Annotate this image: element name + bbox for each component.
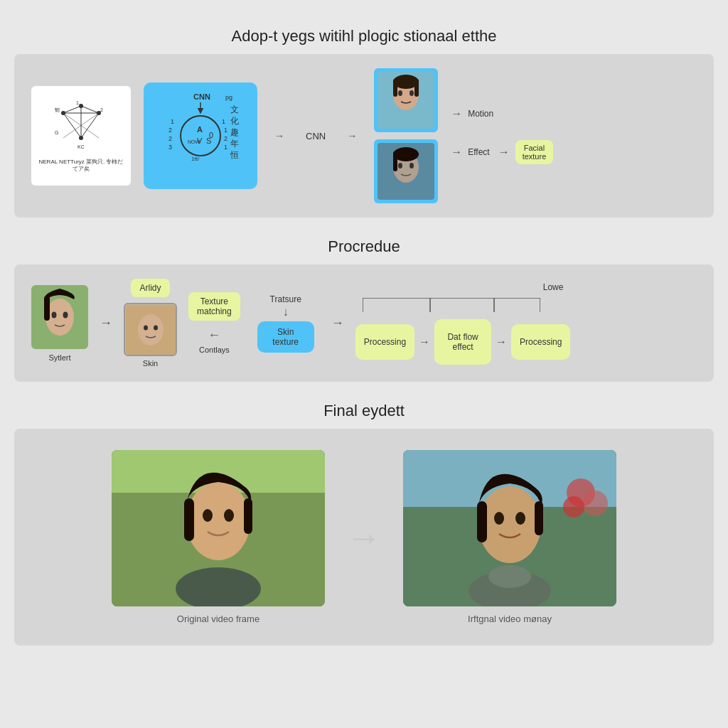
connector-lines — [355, 298, 571, 312]
svg-text:恒: 恒 — [230, 150, 239, 160]
skin-thumb — [124, 303, 177, 356]
svg-point-83 — [494, 512, 504, 525]
texture-flow: Tratsure ↓ Skin texture — [257, 294, 314, 353]
svg-text:1: 1 — [224, 127, 228, 134]
top-section-content: 韧 2 1 KC G NERAL NETTuryz 菜狗只. 专柿だてア矣 CN… — [31, 68, 697, 203]
original-photo-col: Original video frame — [112, 450, 325, 624]
neural-net-diagram: 韧 2 1 KC G — [49, 99, 113, 156]
arlidy-tag: Arlidy — [131, 279, 169, 297]
top-section-panel: 韧 2 1 KC G NERAL NETTuryz 菜狗只. 专柿だてア矣 CN… — [14, 54, 714, 218]
original-photo — [112, 450, 325, 606]
arrow-to-skin: → — [100, 316, 112, 331]
face-svg-2 — [378, 143, 434, 200]
effect-label: Effect — [468, 147, 489, 157]
svg-point-9 — [79, 104, 83, 108]
start-face-svg — [31, 285, 88, 349]
output-arrow-1: → — [451, 107, 462, 120]
cnn-box: CNN pg A 0 V S NOW 1 2 2 3 1 — [144, 82, 257, 189]
face-outputs — [374, 68, 438, 203]
output-row-1: → Motion — [451, 107, 553, 120]
svg-rect-57 — [44, 296, 50, 321]
start-col: Sytlert — [31, 285, 88, 362]
dat-flow-effect-box: Dat flow effect — [434, 319, 491, 365]
original-caption: Original video frame — [177, 614, 259, 624]
svg-text:化: 化 — [230, 116, 239, 126]
svg-text:2: 2 — [168, 135, 172, 142]
svg-rect-86 — [535, 501, 543, 535]
processing-flow: Lowe Processing → Dat flow effect — [355, 282, 571, 365]
connector-svg — [363, 298, 540, 312]
output-branches: → Motion → Effect → Facial texture — [451, 107, 553, 164]
contlays-label: Contlays — [199, 346, 230, 354]
motion-label: Motion — [468, 109, 493, 119]
svg-point-60 — [144, 325, 148, 330]
skin-texture-line2: texture — [262, 337, 310, 347]
svg-point-56 — [63, 311, 68, 318]
arrow-to-processing: → — [331, 316, 344, 331]
top-title: Adop-t yegs witihl plogic stionaal etthe — [0, 14, 728, 54]
svg-text:韧: 韧 — [55, 107, 60, 112]
svg-text:S: S — [206, 136, 211, 145]
svg-text:1tt/: 1tt/ — [191, 156, 200, 162]
bottom-title: Final eydett — [0, 389, 728, 429]
flow-boxes: Processing → Dat flow effect → Processin… — [355, 319, 571, 365]
cnn-arrow: → — [274, 130, 284, 141]
svg-text:G: G — [55, 130, 58, 135]
bottom-arrow: → — [346, 517, 382, 558]
main-container: Adop-t yegs witihl plogic stionaal etthe — [0, 0, 728, 667]
result-caption: Irftgnal video mønay — [468, 614, 552, 624]
mid-section-content: Sytlert → Arlidy Skin — [31, 279, 697, 368]
skin-texture-line1: Skin — [262, 327, 310, 337]
svg-text:1: 1 — [76, 100, 79, 105]
svg-line-0 — [63, 106, 81, 113]
svg-text:KC: KC — [77, 144, 85, 149]
cnn-label: CNN — [306, 131, 326, 141]
svg-text:1: 1 — [224, 144, 228, 151]
svg-rect-85 — [477, 501, 487, 542]
tags-col: Arlidy — [131, 279, 169, 297]
neural-net-label: NERAL NETTuryz 菜狗只. 专柿だてア矣 — [37, 159, 125, 173]
svg-point-59 — [138, 314, 164, 346]
skin-col: Arlidy Skin — [124, 279, 177, 368]
svg-text:pg: pg — [225, 94, 232, 101]
svg-text:文: 文 — [230, 105, 239, 114]
output-arrow-3: → — [498, 146, 510, 159]
output-row-2: → Effect → Facial texture — [451, 140, 553, 164]
neural-net-box: 韧 2 1 KC G NERAL NETTuryz 菜狗只. 专柿だてア矣 — [31, 86, 131, 186]
svg-point-20 — [181, 116, 220, 156]
mid-section-panel: Sytlert → Arlidy Skin — [14, 264, 714, 382]
bottom-section-panel: Original video frame → — [14, 429, 714, 646]
result-photo — [403, 450, 616, 606]
svg-line-4 — [81, 113, 99, 138]
svg-point-49 — [398, 163, 402, 168]
svg-text:1: 1 — [171, 118, 174, 125]
svg-point-43 — [410, 90, 414, 96]
processing2-box: Processing — [511, 324, 570, 360]
svg-rect-52 — [393, 151, 397, 171]
down-arrow: ↓ — [283, 306, 289, 318]
svg-point-61 — [154, 325, 158, 330]
mid-title: Procredue — [0, 225, 728, 264]
svg-point-80 — [582, 491, 608, 516]
svg-point-8 — [61, 111, 65, 115]
tratsure-label: Tratsure — [270, 294, 301, 304]
svg-point-55 — [52, 311, 57, 318]
svg-point-50 — [410, 163, 414, 168]
flow-arrow-2: → — [496, 336, 507, 348]
svg-point-84 — [515, 512, 525, 525]
svg-rect-73 — [184, 498, 194, 541]
lowe-label: Lowe — [543, 282, 571, 292]
face-img-box-1 — [374, 68, 438, 132]
bottom-section-content: Original video frame → — [31, 443, 697, 631]
face-img-box-2 — [374, 139, 438, 203]
left-arrow: ← — [208, 328, 220, 343]
lowe-area: Lowe — [355, 282, 571, 292]
result-photo-col: Irftgnal video mønay — [403, 450, 616, 624]
contlays-area: Texture matching ← Contlays — [188, 292, 240, 354]
processing1-box: Processing — [355, 324, 414, 360]
cnn-inner-diagram: CNN pg A 0 V S NOW 1 2 2 3 1 — [151, 90, 250, 182]
svg-text:趣: 趣 — [230, 127, 239, 137]
svg-point-42 — [398, 90, 402, 96]
svg-line-3 — [63, 113, 81, 138]
face-svg-1 — [378, 72, 434, 129]
